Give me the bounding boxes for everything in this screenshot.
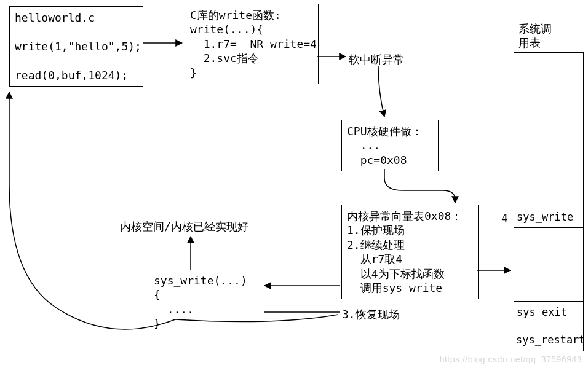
syscall-cell-restart: sys_restart: [516, 333, 586, 346]
syscall-table-title: 系统调 用表: [518, 22, 552, 50]
user-code-box: helloworld.c write(1,"hello",5); read(0,…: [9, 6, 143, 87]
syscall-cell-write: sys_write: [514, 206, 584, 228]
kernelspace-label: 内核空间/内核已经实现好: [120, 219, 248, 233]
kernel-vector-box: 内核异常向量表0x08： 1.保护现场 2.继续处理 从r7取4 以4为下标找函…: [341, 205, 479, 299]
watermark: https://blog.csdn.net/qq_37596943: [440, 354, 582, 364]
cpu-hardware-box: CPU核硬件做： ... pc=0x08: [341, 120, 439, 171]
softirq-label: 软中断异常: [349, 52, 404, 66]
libc-write-box: C库的write函数: write(...){ 1.r7=__NR_write=…: [185, 4, 319, 84]
syswrite-code: sys_write(...) { .... }: [154, 273, 247, 331]
syscall-cell-exit: sys_exit: [514, 301, 584, 323]
syscall-cell-empty: [514, 227, 584, 249]
idx4-label: 4: [501, 211, 508, 225]
restore-label: 3.恢复现场: [342, 307, 400, 321]
